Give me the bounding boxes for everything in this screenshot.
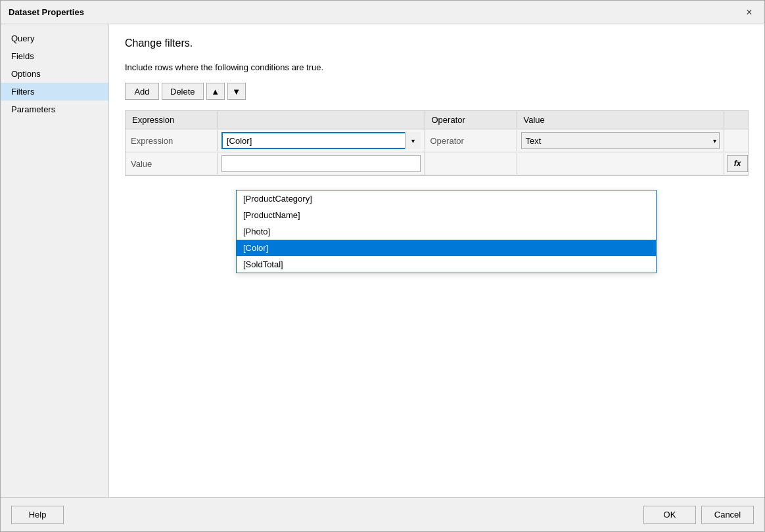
fx-cell-expression bbox=[724, 130, 748, 151]
type-select-display[interactable]: Text ▾ bbox=[521, 132, 720, 149]
delete-button[interactable]: Delete bbox=[162, 83, 204, 100]
sidebar: Query Fields Options Filters Parameters bbox=[1, 24, 109, 497]
value-fx-cell: fx bbox=[724, 152, 748, 175]
move-down-button[interactable]: ▼ bbox=[227, 83, 246, 100]
header-expression: Expression bbox=[126, 111, 218, 129]
filter-description: Include rows where the following conditi… bbox=[125, 62, 749, 72]
expression-selected-value: [Color] bbox=[227, 136, 252, 146]
expression-label: Expression bbox=[131, 136, 173, 146]
down-arrow-icon: ▼ bbox=[232, 87, 241, 97]
filter-table-header: Expression Operator Value bbox=[126, 111, 748, 129]
type-value: Text bbox=[526, 136, 542, 146]
expression-input[interactable]: [Color] bbox=[221, 132, 421, 149]
fx-icon: fx bbox=[734, 159, 741, 168]
dropdown-item-product-name[interactable]: [ProductName] bbox=[237, 207, 656, 223]
table-row: Expression [Color] ▾ bbox=[126, 129, 748, 152]
header-operator bbox=[218, 111, 425, 129]
dropdown-item-sold-total[interactable]: [SoldTotal] bbox=[237, 256, 656, 273]
dataset-properties-dialog: Dataset Properties × Query Fields Option… bbox=[0, 0, 765, 532]
header-type: Value bbox=[517, 111, 725, 129]
sidebar-item-fields[interactable]: Fields bbox=[1, 47, 108, 65]
operator-label-cell: Operator bbox=[425, 130, 517, 151]
dialog-footer: Help OK Cancel bbox=[1, 497, 764, 531]
expression-value-cell: [Color] ▾ bbox=[218, 129, 425, 152]
operator-label: Operator bbox=[430, 136, 464, 146]
sidebar-item-parameters[interactable]: Parameters bbox=[1, 100, 108, 118]
sidebar-item-options[interactable]: Options bbox=[1, 65, 108, 83]
filter-table: Expression Operator Value Expression bbox=[125, 110, 749, 176]
expression-dropdown-list: [ProductCategory] [ProductName] [Photo] … bbox=[236, 190, 657, 273]
dropdown-item-product-category[interactable]: [ProductCategory] bbox=[237, 190, 656, 207]
dialog-title: Dataset Properties bbox=[9, 7, 84, 17]
page-title: Change filters. bbox=[125, 37, 749, 49]
chevron-down-icon: ▾ bbox=[411, 137, 415, 144]
dialog-body: Query Fields Options Filters Parameters … bbox=[1, 24, 764, 497]
cancel-button[interactable]: Cancel bbox=[701, 506, 754, 524]
move-up-button[interactable]: ▲ bbox=[206, 83, 225, 100]
type-cell: Text ▾ bbox=[517, 129, 725, 152]
expression-label-cell: Expression bbox=[126, 130, 218, 151]
value-input-cell bbox=[218, 152, 425, 175]
help-button[interactable]: Help bbox=[11, 506, 64, 524]
footer-right: OK Cancel bbox=[643, 506, 754, 524]
value-input[interactable] bbox=[221, 155, 421, 172]
close-button[interactable]: × bbox=[742, 5, 756, 20]
title-bar: Dataset Properties × bbox=[1, 1, 764, 24]
ok-button[interactable]: OK bbox=[643, 506, 696, 524]
value-row: Value fx bbox=[126, 152, 748, 175]
filter-toolbar: Add Delete ▲ ▼ bbox=[125, 83, 749, 100]
dropdown-item-color[interactable]: [Color] bbox=[237, 240, 656, 256]
up-arrow-icon: ▲ bbox=[211, 87, 220, 97]
value-fx-button[interactable]: fx bbox=[727, 155, 748, 172]
main-content: Change filters. Include rows where the f… bbox=[109, 24, 764, 497]
type-dropdown-arrow-icon: ▾ bbox=[713, 137, 716, 144]
header-value: Operator bbox=[425, 111, 517, 129]
value-operator-cell bbox=[425, 153, 517, 174]
expression-dropdown-arrow[interactable]: ▾ bbox=[405, 132, 421, 149]
sidebar-item-filters[interactable]: Filters bbox=[1, 83, 108, 100]
dropdown-item-photo[interactable]: [Photo] bbox=[237, 223, 656, 240]
add-button[interactable]: Add bbox=[125, 83, 159, 100]
value-label: Value bbox=[131, 159, 152, 169]
value-type-cell bbox=[517, 153, 725, 174]
sidebar-item-query[interactable]: Query bbox=[1, 30, 108, 47]
type-container: Text ▾ bbox=[521, 132, 720, 149]
value-label-cell: Value bbox=[126, 153, 218, 174]
header-fx bbox=[724, 111, 748, 129]
